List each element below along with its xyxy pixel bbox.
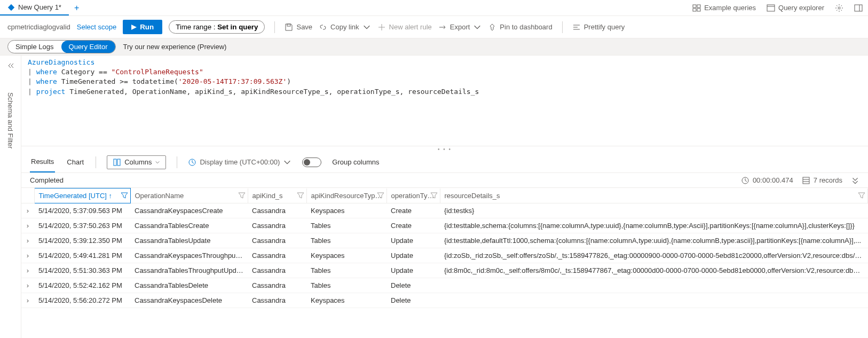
header-row: TimeGenerated [UTC] ↑ OperationName apiK…: [21, 188, 868, 203]
query-editor-toggle[interactable]: Query Editor: [61, 41, 115, 53]
records-icon: [802, 176, 810, 185]
cell-resourcedetails: {id:8m0c,_rid:8m0c,_self:offers/8m0c/,_t…: [440, 263, 868, 278]
export-button[interactable]: Export: [438, 23, 482, 32]
table-row[interactable]: ›5/14/2020, 5:37:50.263 PMCassandraTable…: [21, 218, 868, 233]
cell-operationtype: Create: [386, 203, 440, 218]
tab-bar: New Query 1* + Example queries Query exp…: [0, 0, 868, 16]
chevron-down-icon: [155, 160, 160, 165]
col-timegenerated[interactable]: TimeGenerated [UTC] ↑: [34, 188, 130, 203]
cell-apikind: Cassandra: [248, 233, 306, 248]
cell-timegenerated: 5/14/2020, 5:51:30.363 PM: [34, 263, 130, 278]
table-row[interactable]: ›5/14/2020, 5:52:42.162 PMCassandraTable…: [21, 278, 868, 293]
tab-new-query[interactable]: New Query 1*: [0, 0, 69, 15]
expand-row-button[interactable]: ›: [21, 248, 34, 263]
examples-icon: [692, 4, 701, 12]
preview-link[interactable]: Try our new experience (Preview): [123, 43, 227, 51]
prettify-button[interactable]: Prettify query: [572, 23, 625, 32]
query-explorer-button[interactable]: Query explorer: [761, 0, 830, 15]
filter-icon[interactable]: [858, 192, 865, 199]
filter-icon[interactable]: [121, 192, 128, 199]
table-row[interactable]: ›5/14/2020, 5:49:41.281 PMCassandraKeysp…: [21, 248, 868, 263]
query-explorer-label: Query explorer: [778, 4, 824, 12]
expand-row-button[interactable]: ›: [21, 233, 34, 248]
save-button[interactable]: Save: [285, 23, 312, 32]
sidebar-label[interactable]: Schema and Filter: [6, 92, 14, 149]
gear-icon: [835, 4, 843, 12]
add-tab-button[interactable]: +: [69, 3, 84, 13]
copy-link-button[interactable]: Copy link: [319, 23, 370, 32]
svg-marker-10: [131, 25, 137, 30]
expand-row-button[interactable]: ›: [21, 203, 34, 218]
tab-results[interactable]: Results: [30, 152, 55, 172]
pin-label: Pin to dashboard: [500, 23, 552, 31]
cell-resourcedetails: {id:testks}: [440, 203, 868, 218]
group-columns-toggle[interactable]: [302, 158, 321, 167]
time-range-prefix: Time range :: [176, 23, 217, 31]
cell-timegenerated: 5/14/2020, 5:37:09.563 PM: [34, 203, 130, 218]
pin-icon: [488, 23, 496, 32]
col-apikind[interactable]: apiKind_s: [248, 188, 306, 203]
cell-operationtype: Delete: [386, 293, 440, 308]
expand-button[interactable]: [851, 176, 859, 185]
cell-timegenerated: 5/14/2020, 5:37:50.263 PM: [34, 218, 130, 233]
col-apikindresourcetype[interactable]: apiKindResourceType_s: [306, 188, 386, 203]
svg-point-7: [838, 7, 840, 9]
tab-chart[interactable]: Chart: [66, 152, 85, 172]
expand-row-button[interactable]: ›: [21, 278, 34, 293]
status-records: 7 records: [814, 176, 842, 184]
expand-row-button[interactable]: ›: [21, 218, 34, 233]
svg-rect-5: [767, 5, 775, 11]
prettify-label: Prettify query: [584, 23, 625, 31]
time-range-button[interactable]: Time range : Set in query: [169, 20, 265, 34]
panel-icon: [854, 4, 863, 12]
filter-icon[interactable]: [238, 192, 246, 199]
pin-button[interactable]: Pin to dashboard: [488, 23, 552, 32]
expand-row-button[interactable]: ›: [21, 263, 34, 278]
expand-row-button[interactable]: ›: [21, 293, 34, 308]
table-row[interactable]: ›5/14/2020, 5:51:30.363 PMCassandraTable…: [21, 263, 868, 278]
run-button[interactable]: Run: [123, 20, 162, 34]
cell-operationtype: Update: [386, 233, 440, 248]
results-tab-bar: Results Chart Columns Display time (UTC+…: [21, 152, 868, 173]
cell-timegenerated: 5/14/2020, 5:52:42.162 PM: [34, 278, 130, 293]
col-operationname[interactable]: OperationName: [130, 188, 248, 203]
cell-timegenerated: 5/14/2020, 5:39:12.350 PM: [34, 233, 130, 248]
select-scope-link[interactable]: Select scope: [77, 23, 116, 31]
status-bar: Completed 00:00:00.474 7 records: [21, 173, 868, 188]
export-icon: [438, 23, 447, 32]
filter-icon[interactable]: [297, 192, 304, 199]
table-row[interactable]: ›5/14/2020, 5:37:09.563 PMCassandraKeysp…: [21, 203, 868, 218]
cell-operationname: CassandraKeyspacesCreate: [130, 203, 248, 218]
resize-handle[interactable]: • • •: [21, 146, 868, 152]
results-grid: TimeGenerated [UTC] ↑ OperationName apiK…: [21, 188, 868, 338]
svg-rect-3: [693, 9, 696, 11]
cell-operationname: CassandraKeyspacesDelete: [130, 293, 248, 308]
cell-resourcetype: Tables: [306, 278, 386, 293]
svg-rect-0: [8, 4, 14, 10]
query-editor[interactable]: AzureDiagnostics | where Category == "Co…: [21, 56, 868, 146]
cell-apikind: Cassandra: [248, 248, 306, 263]
col-resourcedetails[interactable]: resourceDetails_s: [440, 188, 868, 203]
panel-button[interactable]: [849, 0, 868, 15]
columns-label: Columns: [124, 158, 152, 166]
svg-rect-1: [693, 5, 696, 7]
clock-icon: [741, 176, 749, 185]
chevron-down-icon: [362, 23, 371, 32]
table-row[interactable]: ›5/14/2020, 5:56:20.272 PMCassandraKeysp…: [21, 293, 868, 308]
settings-button[interactable]: [830, 0, 849, 15]
simple-logs-toggle[interactable]: Simple Logs: [8, 41, 61, 53]
new-alert-button[interactable]: New alert rule: [377, 23, 432, 32]
filter-icon[interactable]: [430, 192, 438, 199]
filter-icon[interactable]: [377, 192, 384, 199]
sidebar-collapse-button[interactable]: [7, 62, 14, 71]
display-time-button[interactable]: Display time (UTC+00:00): [188, 158, 291, 167]
svg-rect-4: [697, 9, 700, 11]
group-columns-label: Group columns: [332, 158, 379, 166]
col-operationtype[interactable]: operationTyp...: [386, 188, 440, 203]
cell-resourcedetails: {id:zoSb,_rid:zoSb,_self:offers/zoSb/,_t…: [440, 248, 868, 263]
table-row[interactable]: ›5/14/2020, 5:39:12.350 PMCassandraTable…: [21, 233, 868, 248]
example-queries-button[interactable]: Example queries: [687, 0, 761, 15]
columns-button[interactable]: Columns: [107, 155, 166, 169]
status-elapsed: 00:00:00.474: [753, 176, 793, 184]
scope-value: cpmetricdiaglogvalid: [7, 23, 70, 31]
